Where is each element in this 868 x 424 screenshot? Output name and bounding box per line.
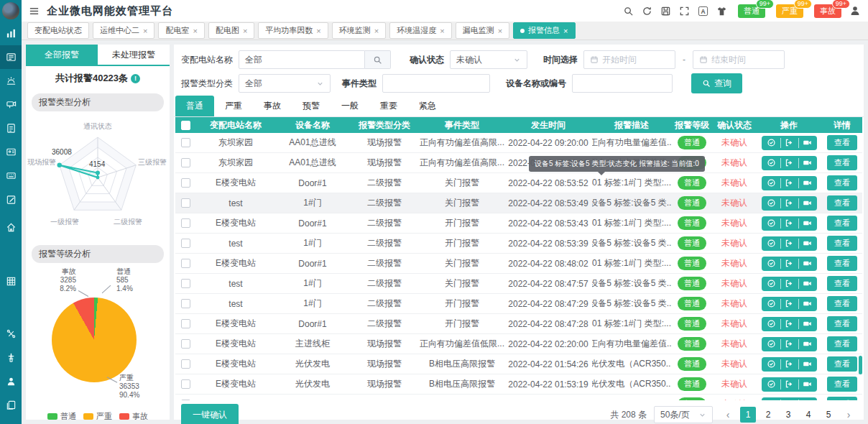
video-icon[interactable] [798,198,816,208]
confirm-icon[interactable] [762,379,780,390]
export-icon[interactable] [780,279,798,289]
workspace-tab[interactable]: 平均功率因数× [258,22,328,39]
row-checkbox[interactable] [181,158,190,167]
confirm-icon[interactable] [762,359,780,369]
export-icon[interactable] [780,379,798,390]
workspace-tab[interactable]: 变配电站状态 [27,22,89,39]
confirm-icon[interactable] [762,319,780,329]
confirm-icon[interactable] [762,339,780,349]
sidebar-item-id-card[interactable] [0,140,22,164]
fullscreen-icon[interactable] [679,6,690,17]
view-button[interactable]: 查看 [827,356,857,372]
sidebar-item-tower[interactable] [0,346,22,369]
view-button[interactable]: 查看 [827,155,857,170]
video-icon[interactable] [798,239,816,249]
export-icon[interactable] [780,259,798,269]
view-button[interactable]: 查看 [827,377,857,392]
export-icon[interactable] [780,359,798,369]
row-checkbox[interactable] [181,379,190,389]
sidebar-item-news[interactable] [0,45,22,69]
save-icon[interactable] [660,6,671,17]
view-button[interactable]: 查看 [827,216,857,231]
severe-alarm-badge[interactable]: 严重99+ [776,4,803,18]
vertical-scrollbar[interactable] [859,356,862,374]
accident-alarm-badge[interactable]: 事故99+ [814,4,841,18]
export-icon[interactable] [780,239,798,249]
video-icon[interactable] [798,359,816,369]
close-icon[interactable]: × [143,27,147,35]
confirm-icon[interactable] [762,400,780,401]
view-button[interactable]: 查看 [827,296,857,311]
workspace-tab[interactable]: 配电图× [208,22,254,39]
workspace-tab[interactable]: 环境监测× [332,22,386,39]
close-icon[interactable]: × [498,27,502,35]
video-icon[interactable] [798,319,816,329]
confirm-icon[interactable] [762,158,780,168]
export-icon[interactable] [780,158,798,168]
sidebar-item-user[interactable] [0,369,22,393]
close-icon[interactable]: × [563,27,568,35]
app-logo[interactable] [0,0,22,22]
video-icon[interactable] [798,339,816,349]
view-button[interactable]: 查看 [827,336,857,351]
end-time-input[interactable]: 结束时间 [693,50,785,69]
page-button-1[interactable]: 1 [740,407,756,423]
video-icon[interactable] [798,158,816,168]
video-icon[interactable] [798,259,816,269]
view-button[interactable]: 查看 [827,256,857,271]
page-size-select[interactable]: 50条/页 [654,406,713,423]
video-icon[interactable] [798,299,816,309]
sidebar-item-keyboard[interactable] [0,164,22,188]
legend-severe[interactable]: 严重 [83,411,112,422]
export-icon[interactable] [780,400,798,401]
export-icon[interactable] [780,138,798,148]
legend-accident[interactable]: 事故 [119,411,148,422]
close-icon[interactable]: × [243,27,247,35]
close-icon[interactable]: × [316,27,320,35]
theme-icon[interactable] [716,6,727,17]
event-type-input[interactable] [382,74,490,93]
legend-normal[interactable]: 普通 [47,411,76,422]
workspace-tab[interactable]: 配电室× [158,22,204,39]
confirm-icon[interactable] [762,178,780,188]
row-checkbox[interactable] [181,239,190,248]
search-icon[interactable] [623,6,634,17]
video-icon[interactable] [798,279,816,289]
row-checkbox[interactable] [181,259,190,268]
video-icon[interactable] [798,379,816,390]
tab-unhandled-alarms[interactable]: 未处理报警 [98,45,170,65]
page-button-4[interactable]: 4 [800,407,816,423]
row-checkbox[interactable] [181,299,190,308]
page-button-5[interactable]: 5 [821,407,836,423]
close-icon[interactable]: × [193,27,197,35]
export-icon[interactable] [780,339,798,349]
view-button[interactable]: 查看 [827,316,857,331]
subtab-普通[interactable]: 普通 [175,96,214,116]
page-button-2[interactable]: 2 [760,407,776,423]
start-time-input[interactable]: 开始时间 [583,50,675,69]
sidebar-item-grid[interactable] [0,269,22,293]
row-checkbox[interactable] [181,218,190,228]
subtab-重要[interactable]: 重要 [369,96,408,116]
video-icon[interactable] [798,138,816,148]
workspace-tab[interactable]: 环境温湿度× [389,22,451,39]
row-checkbox[interactable] [181,178,190,188]
export-icon[interactable] [780,198,798,208]
confirm-icon[interactable] [762,138,780,148]
confirm-icon[interactable] [762,239,780,249]
sidebar-item-camera[interactable] [0,93,22,116]
workspace-tab[interactable]: 运维中心二× [93,22,154,39]
confirm-all-button[interactable]: 一键确认 [181,404,239,424]
confirm-icon[interactable] [762,218,780,229]
sidebar-item-home[interactable] [0,216,22,239]
device-name-input[interactable] [572,74,673,93]
row-checkbox[interactable] [181,279,190,288]
station-search-icon[interactable] [365,50,391,69]
confirm-icon[interactable] [762,299,780,309]
workspace-tab[interactable]: 漏电监测× [456,22,509,39]
row-checkbox[interactable] [181,339,190,349]
subtab-严重[interactable]: 严重 [214,96,253,116]
video-icon[interactable] [798,218,816,229]
station-filter-input[interactable]: 全部 [239,50,365,69]
confirm-status-select[interactable]: 未确认 [450,50,527,69]
